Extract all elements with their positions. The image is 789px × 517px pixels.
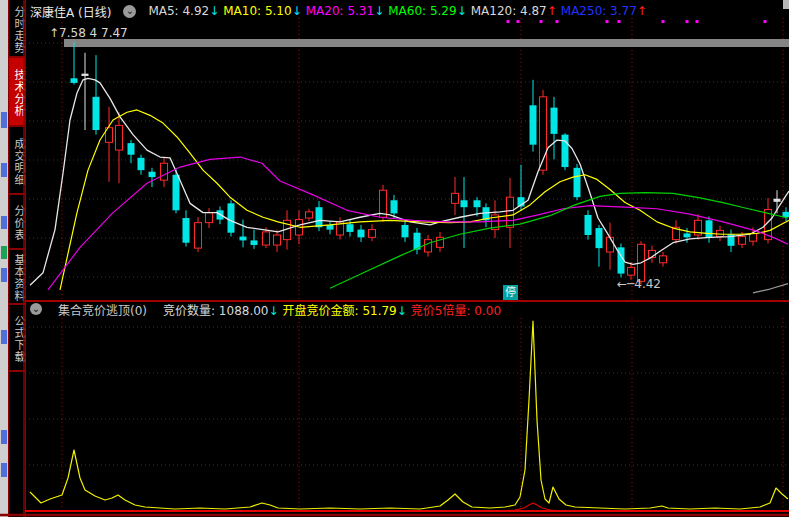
chart-header: 深康佳A (日线) ⌄ MA5: 4.92↓MA10: 5.10↓MA20: 5… <box>30 2 651 20</box>
candle-body-down <box>93 97 100 130</box>
candle-body-down <box>551 108 558 134</box>
candle-body-down <box>706 220 713 237</box>
candle-body-down <box>71 78 78 83</box>
candle-body-down <box>461 200 468 207</box>
indicator-values-row: 竞价数量: 1088.00↓开盘竞价金额: 51.79↓竞价5倍量: 0.00 <box>163 301 501 318</box>
up-arrow-icon: ↑ <box>547 4 557 18</box>
signal-dot <box>618 20 621 23</box>
candle-body-up <box>274 235 281 245</box>
signal-dot <box>764 20 767 23</box>
candle-body-up <box>660 256 667 263</box>
candle-body-up <box>507 197 514 227</box>
candlestick-chart[interactable] <box>0 0 789 517</box>
indicator-yellow-line <box>30 321 788 509</box>
candle-body-down <box>562 135 569 167</box>
candle-body-down <box>149 172 156 177</box>
ma-line-ma10 <box>60 110 789 290</box>
ma-item-ma250: MA250: 3.77 <box>561 4 637 18</box>
stock-app-window: 分时走势技术分析成交明细分价表基本资料公式下载 深康佳A (日线) ⌄ MA5:… <box>0 0 789 517</box>
candle-body-up <box>161 163 168 180</box>
indicator-header: ⌄ 集合竞价逃顶(0) 竞价数量: 1088.00↓开盘竞价金额: 51.79↓… <box>30 301 501 317</box>
candle-body-up <box>206 213 213 223</box>
candle-body-up <box>628 267 635 275</box>
candle-body-down <box>574 168 581 197</box>
candle-body-up <box>195 223 202 248</box>
price-annotation-low: ←─4.42 <box>617 277 661 291</box>
up-arrow-icon: ↑ <box>637 4 647 18</box>
down-arrow-icon: ↓ <box>397 304 407 318</box>
ma-item-ma60: MA60: 5.29 <box>388 4 456 18</box>
candle-body-down <box>474 200 481 207</box>
candle-body-down <box>316 207 323 227</box>
ma-item-ma120: MA120: 4.87 <box>471 4 547 18</box>
price-annotation-high: ↑7.58 4 7.47 <box>49 26 128 40</box>
down-arrow-icon: ↓ <box>292 4 302 18</box>
ma-line-ma5 <box>30 78 789 285</box>
candle-body-down <box>138 158 145 170</box>
ma-item-ma5: MA5: 4.92 <box>148 4 209 18</box>
candle-body-down <box>228 203 235 232</box>
ma-line-ma120 <box>753 284 788 293</box>
candle-body-up <box>425 240 432 252</box>
candle-body-up <box>306 212 313 218</box>
candle-body-up <box>116 125 123 150</box>
indicator-field: 竞价5倍量: 0.00 <box>411 301 501 318</box>
candle-body-flat <box>774 199 781 202</box>
signal-dot <box>662 20 665 23</box>
candle-body-down <box>596 228 603 248</box>
signal-dot <box>696 20 699 23</box>
candle-body-down <box>585 215 592 235</box>
down-arrow-icon: ↓ <box>209 4 219 18</box>
indicator-field: 竞价数量: 1088.00 <box>163 301 268 318</box>
candle-body-down <box>391 200 398 213</box>
candle-body-up <box>607 237 614 252</box>
down-arrow-icon: ↓ <box>268 304 278 318</box>
window-corner-sliver <box>783 0 789 9</box>
down-arrow-icon: ↓ <box>374 4 384 18</box>
ma-line-ma60 <box>330 193 788 289</box>
ma-item-ma20: MA20: 5.31 <box>306 4 374 18</box>
chevron-down-icon[interactable]: ⌄ <box>123 5 136 18</box>
signal-dot <box>540 20 543 23</box>
suspension-badge: 停 <box>503 285 518 300</box>
signal-dot <box>686 20 689 23</box>
candle-body-flat <box>82 74 89 76</box>
stock-title[interactable]: 深康佳A (日线) <box>30 3 111 20</box>
candle-body-up <box>369 230 376 238</box>
ma-values-row: MA5: 4.92↓MA10: 5.10↓MA20: 5.31↓MA60: 5.… <box>148 4 651 18</box>
suspension-period-bar <box>64 39 789 47</box>
candle-body-down <box>240 237 247 241</box>
signal-dot <box>556 20 559 23</box>
signal-dot <box>606 20 609 23</box>
candle-body-down <box>347 224 354 232</box>
candle-body-up <box>739 237 746 245</box>
indicator-name[interactable]: 集合竞价逃顶(0) <box>58 301 147 318</box>
candle-body-up <box>263 232 270 245</box>
candle-body-down <box>530 105 537 144</box>
candle-body-down <box>358 230 365 238</box>
down-arrow-icon: ↓ <box>457 4 467 18</box>
candle-body-down <box>183 218 190 243</box>
candle-body-down <box>173 175 180 211</box>
ma-item-ma10: MA10: 5.10 <box>223 4 291 18</box>
candle-body-down <box>251 240 258 245</box>
chevron-down-icon[interactable]: ⌄ <box>30 303 42 315</box>
signal-dot <box>517 20 520 23</box>
candle-body-down <box>684 233 691 237</box>
candle-body-up <box>452 193 459 203</box>
indicator-field: 开盘竞价金额: 51.79 <box>283 301 397 318</box>
candle-body-down <box>128 143 135 155</box>
signal-dot <box>507 20 510 23</box>
candle-body-down <box>402 225 409 237</box>
